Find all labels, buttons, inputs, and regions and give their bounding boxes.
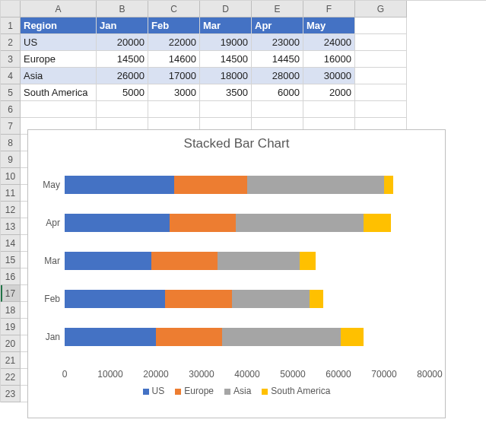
cell-F1[interactable]: May [303,17,355,34]
chart-bar-row [65,176,430,194]
cell-A3[interactable]: Europe [21,51,97,68]
row-header-8[interactable]: 8 [1,135,21,151]
row-header-15[interactable]: 15 [1,252,21,268]
chart-segment-europe [174,176,247,194]
col-header-B[interactable]: B [97,1,148,17]
cell-B6[interactable] [97,101,148,118]
select-all-corner[interactable] [1,1,21,17]
row-header-7[interactable]: 7 [1,118,21,135]
row-header-14[interactable]: 14 [1,235,21,252]
cell-A2[interactable]: US [21,34,97,51]
cell-F4[interactable]: 30000 [303,68,355,84]
row-header-23[interactable]: 23 [1,386,21,402]
chart-segment-south-america [384,176,393,194]
row-header-16[interactable]: 16 [1,268,21,285]
cell-A5[interactable]: South America [21,84,97,101]
row-header-19[interactable]: 19 [1,319,21,335]
chart-segment-south-america [310,290,323,308]
cell-G2[interactable] [355,34,407,51]
cell-B2[interactable]: 20000 [97,34,148,51]
col-header-E[interactable]: E [252,1,303,17]
cell-D2[interactable]: 19000 [200,34,252,51]
chart-x-tick: 70000 [371,369,396,380]
chart-x-tick: 50000 [280,369,305,380]
cell-C1[interactable]: Feb [148,17,200,34]
row-header-13[interactable]: 13 [1,218,21,235]
chart-segment-europe [156,328,222,346]
chart-x-axis: 0100002000030000400005000060000700008000… [65,367,430,381]
cell-A4[interactable]: Asia [21,68,97,84]
cell-F6[interactable] [303,101,355,118]
chart-segment-europe [151,252,218,270]
chart-x-tick: 20000 [143,369,168,380]
cell-E1[interactable]: Apr [252,17,303,34]
cell-C5[interactable]: 3000 [148,84,200,101]
col-header-A[interactable]: A [21,1,97,17]
row-header-20[interactable]: 20 [1,335,21,352]
stacked-bar-chart[interactable]: Stacked Bar Chart MayAprMarFebJan 010000… [27,129,446,418]
cell-A6[interactable] [21,101,97,118]
legend-swatch-icon [175,389,181,395]
cell-D1[interactable]: Mar [200,17,252,34]
col-header-F[interactable]: F [303,1,355,17]
chart-x-tick: 10000 [97,369,122,380]
chart-segment-us [65,214,170,232]
cell-D3[interactable]: 14500 [200,51,252,68]
legend-item-asia: Asia [224,386,251,396]
row-header-4[interactable]: 4 [1,68,21,84]
cell-E2[interactable]: 23000 [252,34,303,51]
row-header-10[interactable]: 10 [1,168,21,185]
cell-A1[interactable]: Region [21,17,97,34]
cell-E3[interactable]: 14450 [252,51,303,68]
cell-G6[interactable] [355,101,407,118]
row-header-18[interactable]: 18 [1,302,21,319]
row-header-22[interactable]: 22 [1,369,21,386]
col-header-G[interactable]: G [355,1,407,17]
cell-C6[interactable] [148,101,200,118]
cell-C2[interactable]: 22000 [148,34,200,51]
cell-C3[interactable]: 14600 [148,51,200,68]
cell-B5[interactable]: 5000 [97,84,148,101]
cell-E6[interactable] [252,101,303,118]
cell-C4[interactable]: 17000 [148,68,200,84]
row-header-12[interactable]: 12 [1,202,21,218]
cell-D5[interactable]: 3500 [200,84,252,101]
cell-F2[interactable]: 24000 [303,34,355,51]
cell-F3[interactable]: 16000 [303,51,355,68]
cell-B3[interactable]: 14500 [97,51,148,68]
cell-D4[interactable]: 18000 [200,68,252,84]
row-header-3[interactable]: 3 [1,51,21,68]
col-header-D[interactable]: D [200,1,252,17]
chart-segment-us [65,328,156,346]
cell-B4[interactable]: 26000 [97,68,148,84]
legend-swatch-icon [143,389,149,395]
row-header-11[interactable]: 11 [1,185,21,202]
chart-segment-asia [236,214,364,232]
cell-E5[interactable]: 6000 [252,84,303,101]
cell-G1[interactable] [355,17,407,34]
cell-G5[interactable] [355,84,407,101]
cell-G4[interactable] [355,68,407,84]
row-header-1[interactable]: 1 [1,17,21,34]
cell-F5[interactable]: 2000 [303,84,355,101]
cell-B1[interactable]: Jan [97,17,148,34]
cell-D6[interactable] [200,101,252,118]
chart-segment-asia [218,252,300,270]
col-header-C[interactable]: C [148,1,200,17]
row-header-17[interactable]: 17 [1,285,21,302]
chart-bar-row [65,214,430,232]
legend-swatch-icon [262,389,268,395]
chart-segment-europe [170,214,236,232]
row-header-21[interactable]: 21 [1,352,21,369]
row-header-9[interactable]: 9 [1,151,21,168]
row-header-5[interactable]: 5 [1,84,21,101]
cell-E4[interactable]: 28000 [252,68,303,84]
chart-x-tick: 0 [62,369,68,380]
row-header-2[interactable]: 2 [1,34,21,51]
chart-segment-south-america [341,328,364,346]
row-header-6[interactable]: 6 [1,101,21,118]
chart-segment-south-america [364,214,391,232]
chart-category-label: Jan [34,328,60,346]
chart-segment-south-america [300,252,316,270]
cell-G3[interactable] [355,51,407,68]
